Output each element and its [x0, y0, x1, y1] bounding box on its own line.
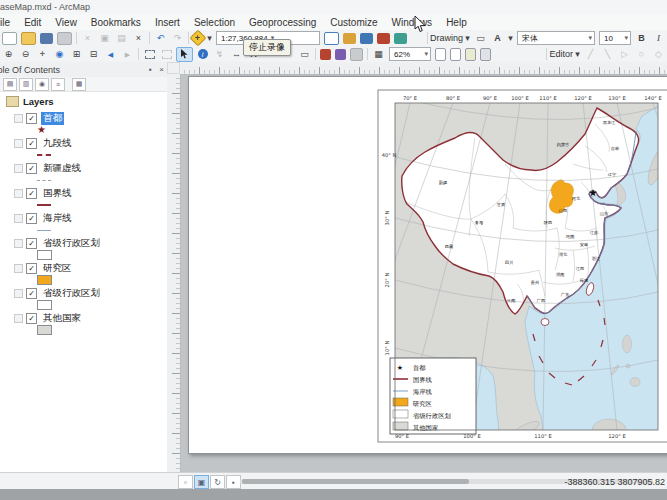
layer-item-study-area[interactable]: ✓研究区 — [14, 262, 164, 286]
red-dash-symbol[interactable] — [37, 154, 51, 156]
menu-view[interactable]: View — [48, 17, 84, 28]
refresh-view-button[interactable]: ↻ — [210, 475, 225, 489]
layer-item-nine-dash-line[interactable]: ✓九段线 — [14, 137, 164, 161]
expander-icon[interactable] — [14, 139, 23, 148]
list-by-selection-icon[interactable]: ≡ — [51, 78, 65, 91]
add-data-icon[interactable]: + — [190, 30, 207, 46]
menu-edit[interactable]: Edit — [17, 17, 48, 28]
hyperlink-icon[interactable]: ↯ — [212, 48, 227, 61]
white-fill-symbol[interactable] — [37, 300, 52, 310]
bold-button[interactable]: B — [634, 32, 649, 45]
layer-checkbox[interactable]: ✓ — [26, 138, 37, 149]
menu-help[interactable]: Help — [439, 17, 474, 28]
layer-item-other-countries[interactable]: ✓其他国家 — [14, 312, 164, 336]
scrollbar-thumb[interactable] — [242, 479, 469, 484]
layer-label[interactable]: 其他国家 — [41, 312, 83, 325]
viewer-window-icon[interactable]: ▭ — [297, 48, 312, 61]
stop-recording-tooltip[interactable]: 停止录像 — [243, 39, 291, 56]
layer-item-province-divisions[interactable]: ✓省级行政区划 — [14, 237, 164, 261]
expander-icon[interactable] — [14, 264, 23, 273]
delete-icon[interactable]: × — [131, 32, 146, 45]
coastline-symbol[interactable] — [37, 230, 51, 231]
expander-icon[interactable] — [14, 314, 23, 323]
expander-icon[interactable] — [14, 164, 23, 173]
change-layout-icon[interactable] — [480, 48, 491, 61]
layer-item-capital[interactable]: ✓首都 ★ — [14, 112, 164, 136]
expander-icon[interactable] — [14, 114, 23, 123]
list-by-source-icon[interactable]: ▥ — [19, 78, 33, 91]
orange-fill-symbol[interactable] — [37, 275, 52, 285]
drawing-caret-icon[interactable]: ▾ — [464, 32, 471, 45]
layer-checkbox[interactable]: ✓ — [26, 213, 37, 224]
horizontal-ruler[interactable] — [180, 62, 667, 75]
layer-label[interactable]: 新疆虚线 — [41, 162, 83, 175]
redo-icon[interactable]: ↷ — [170, 32, 185, 45]
edit-tool-icon[interactable]: ╱ — [583, 48, 598, 61]
toc-options-icon[interactable]: ▦ — [72, 78, 86, 91]
measure-icon[interactable]: ↔ — [229, 48, 244, 61]
editor-caret-icon[interactable]: ▾ — [574, 48, 581, 61]
endpoint-arc-tool-icon[interactable]: ○ — [634, 48, 649, 61]
expander-icon[interactable] — [14, 289, 23, 298]
fixed-zoom-out-icon[interactable]: ⊟ — [86, 48, 101, 61]
focus-dataframe-icon[interactable] — [465, 48, 476, 61]
straight-segment-tool-icon[interactable]: ▷ — [617, 48, 632, 61]
zoom-100-icon[interactable] — [450, 48, 461, 61]
zoom-whole-page-icon[interactable] — [435, 48, 446, 61]
star-symbol[interactable]: ★ — [37, 125, 46, 135]
add-data-caret-icon[interactable]: ▾ — [206, 32, 213, 45]
layer-label[interactable]: 首都 — [41, 112, 64, 125]
layer-item-xinjiang-dashed[interactable]: ✓新疆虚线 — [14, 162, 164, 186]
recorder-icon[interactable] — [320, 49, 331, 60]
menu-insert[interactable]: Insert — [148, 17, 187, 28]
trace-tool-icon[interactable]: ◇ — [651, 48, 666, 61]
close-icon[interactable]: × — [156, 65, 167, 74]
map-data-frame[interactable]: 新疆 西藏 青海 甘肃 内蒙古 黑龙江 吉林 辽宁 河北 山西 陕西 河南 山东… — [377, 86, 667, 446]
expander-icon[interactable] — [14, 214, 23, 223]
zoom-out-icon[interactable]: ⊖ — [18, 48, 33, 61]
menu-bookmarks[interactable]: Bookmarks — [84, 17, 148, 28]
menu-geoprocessing[interactable]: Geoprocessing — [242, 17, 323, 28]
map-legend[interactable]: ★ 首都 国界线 海岸线 研究区 省级行政区划 其他国家 — [390, 358, 476, 434]
paste-icon[interactable]: ▤ — [114, 32, 129, 45]
pause-drawing-button[interactable]: ▪ — [226, 475, 241, 489]
layout-zoom-combo[interactable]: 62% ▾ — [389, 47, 431, 61]
full-extent-icon[interactable]: ◉ — [52, 48, 67, 61]
menu-selection[interactable]: Selection — [187, 17, 242, 28]
layer-checkbox[interactable]: ✓ — [26, 163, 37, 174]
layer-label[interactable]: 省级行政区划 — [41, 287, 102, 300]
text-tool-icon[interactable]: A — [490, 32, 505, 45]
italic-button[interactable]: I — [651, 32, 666, 45]
layout-view-button[interactable]: ▣ — [194, 475, 209, 489]
layer-checkbox[interactable]: ✓ — [26, 263, 37, 274]
layer-checkbox[interactable]: ✓ — [26, 188, 37, 199]
vertical-ruler[interactable] — [167, 74, 181, 472]
drawing-toolbar-label[interactable]: Drawing — [430, 33, 463, 43]
expander-icon[interactable] — [14, 239, 23, 248]
open-folder-icon[interactable] — [21, 32, 36, 45]
zoom-in-icon[interactable]: ⊕ — [1, 48, 16, 61]
catalog-window-icon[interactable] — [343, 33, 356, 44]
edit-annotation-tool-icon[interactable]: ╲ — [600, 48, 615, 61]
text-tool-caret-icon[interactable]: ▾ — [507, 32, 514, 45]
layer-checkbox[interactable]: ✓ — [26, 238, 37, 249]
modelbuilder-icon[interactable] — [394, 33, 407, 44]
editor-menu-button[interactable]: Editor — [549, 49, 573, 59]
white-fill-symbol[interactable] — [37, 250, 52, 260]
print-icon[interactable] — [57, 32, 72, 45]
toc-window-icon[interactable] — [324, 32, 339, 45]
gray-fill-symbol[interactable] — [37, 325, 52, 335]
menu-file[interactable]: File — [0, 17, 17, 28]
fixed-zoom-in-icon[interactable]: ⊞ — [69, 48, 84, 61]
rectangle-tool-icon[interactable]: ▭ — [473, 32, 488, 45]
layer-item-province-divisions-2[interactable]: ✓省级行政区划 — [14, 287, 164, 311]
layer-item-national-boundary[interactable]: ✓国界线 — [14, 187, 164, 211]
identify-icon[interactable]: i — [195, 48, 210, 61]
layer-checkbox[interactable]: ✓ — [26, 313, 37, 324]
layer-item-coastline[interactable]: ✓海岸线 — [14, 212, 164, 236]
graticule-grid-icon[interactable]: ▦ — [371, 48, 386, 61]
layer-checkbox[interactable]: ✓ — [26, 288, 37, 299]
font-size-combo[interactable]: 10 ▾ — [599, 31, 631, 45]
data-view-button[interactable]: ▫ — [178, 475, 193, 489]
gray-dash-symbol[interactable] — [37, 180, 51, 181]
